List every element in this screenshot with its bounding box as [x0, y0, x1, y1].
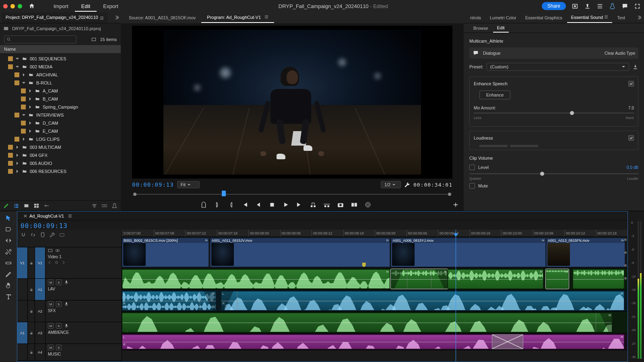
video-clip[interactable]: B001_B002_0815CS.mov [200%]fx	[122, 238, 209, 267]
track-a2[interactable]: fxLRfxLR	[122, 290, 627, 312]
set-in-icon[interactable]	[214, 201, 221, 208]
tab-essential-sound[interactable]: Essential Sound	[567, 12, 613, 23]
close-window[interactable]	[3, 4, 8, 8]
track-v1[interactable]: B001_B002_0815CS.mov [200%]fxA001_A011_0…	[122, 237, 627, 268]
video-clip[interactable]: A001_A013_0815FN.movfx	[546, 238, 625, 267]
audio-clip[interactable]: fx	[122, 313, 612, 332]
a3-lock[interactable]	[28, 322, 35, 343]
icon-view-icon[interactable]	[23, 203, 29, 209]
track-scroll[interactable]	[623, 237, 627, 362]
go-to-in-icon[interactable]	[241, 201, 248, 208]
slip-tool-icon[interactable]	[5, 259, 12, 267]
maximize-window[interactable]	[18, 4, 22, 8]
bin-log-clips[interactable]: LOG CLIPS	[0, 135, 121, 143]
bin-006-resources[interactable]: 006 RESOURCES	[0, 167, 121, 175]
track-a4[interactable]: fxLR	[122, 333, 627, 350]
program-scrub-bar[interactable]	[132, 191, 452, 197]
track-header-a3[interactable]: A1 A3 MS AMBIENCE	[17, 322, 122, 344]
program-monitor-tab[interactable]: Program: Ad_RoughCut-V1	[201, 12, 274, 23]
share-button[interactable]: Share	[542, 2, 566, 10]
track-a3[interactable]: fx	[122, 312, 627, 333]
window-controls[interactable]	[3, 4, 22, 8]
tab-lumetri-color[interactable]: Lumetri Color	[486, 13, 520, 23]
timeline-tracks[interactable]: 0:00:07:0000:00:07:0600:00:07:1200:00:07…	[122, 230, 627, 362]
sort-icon[interactable]	[91, 203, 97, 209]
close-icon[interactable]	[24, 214, 27, 218]
a3-target[interactable]: A3	[35, 322, 45, 343]
pencil-icon[interactable]	[3, 203, 9, 209]
loudness-checkbox[interactable]	[628, 135, 634, 141]
auto-sequence-icon[interactable]	[101, 203, 107, 209]
cc-icon[interactable]	[59, 232, 65, 238]
video-clip[interactable]: A001_A006_0815YJ.movfx	[391, 238, 545, 267]
mute-checkbox[interactable]	[469, 183, 475, 189]
track-header-v1[interactable]: V1 V1 Video 1	[17, 247, 122, 279]
menu-edit[interactable]: Edit	[75, 2, 97, 12]
fullscreen-icon[interactable]	[634, 3, 641, 10]
mix-amount-slider[interactable]	[474, 113, 634, 113]
stop-icon[interactable]	[268, 201, 276, 208]
bin-003-multicam[interactable]: 003 MULTICAM	[0, 143, 121, 151]
a1-solo[interactable]: S	[56, 280, 62, 285]
a1-lock[interactable]	[28, 279, 35, 300]
audio-crossfade[interactable]	[492, 334, 523, 349]
pen-tool-icon[interactable]	[5, 271, 12, 278]
zoom-slider-icon[interactable]	[43, 203, 50, 209]
level-slider[interactable]	[469, 173, 638, 174]
a1-mute[interactable]: M	[48, 280, 54, 285]
mic-icon[interactable]	[64, 280, 69, 285]
extract-icon[interactable]	[323, 201, 330, 208]
audio-clip[interactable]: fxLR	[122, 334, 624, 349]
list-view-icon[interactable]	[13, 203, 19, 209]
bin-spring-campaign[interactable]: Spring_Campaign	[0, 103, 121, 111]
add-button-icon[interactable]	[452, 202, 459, 208]
a2-lock[interactable]	[28, 300, 35, 322]
track-header-a1[interactable]: A1 MS LAV	[17, 279, 122, 300]
bin-interviews[interactable]: INTERVIEWS	[0, 111, 121, 119]
chevron-right-icon[interactable]	[114, 15, 119, 20]
v1-target[interactable]: V1	[35, 247, 45, 278]
source-monitor-tab[interactable]: Source: A001_A015_0815OF.mov	[123, 13, 201, 23]
ripple-tool-icon[interactable]	[5, 237, 12, 244]
a4-lock[interactable]	[28, 344, 35, 360]
export-icon[interactable]	[584, 3, 591, 10]
a3-source-patch[interactable]: A1	[17, 322, 28, 343]
compare-icon[interactable]	[351, 201, 358, 208]
bin-d-cam[interactable]: D_CAM	[0, 119, 121, 127]
bin-b-roll[interactable]: B-ROLL	[0, 79, 121, 87]
bin-b-cam[interactable]: B_CAM	[0, 95, 121, 103]
eye-icon[interactable]	[55, 248, 60, 253]
set-out-icon[interactable]	[227, 201, 235, 208]
track-header-a4[interactable]: A4 MS MUSIC	[17, 344, 122, 361]
column-header-name[interactable]: Name	[0, 45, 121, 53]
a4-target[interactable]: A4	[35, 344, 45, 360]
audio-clip[interactable]: fxLR	[122, 291, 216, 311]
safe-margins-icon[interactable]	[364, 201, 372, 208]
type-tool-icon[interactable]	[5, 293, 12, 300]
program-viewer[interactable]	[132, 26, 452, 179]
bin-002-media[interactable]: 002 MEDIA	[0, 63, 121, 71]
mic-icon[interactable]	[64, 302, 69, 306]
link-icon[interactable]	[30, 232, 36, 238]
beaker-icon[interactable]	[609, 3, 616, 10]
hand-tool-icon[interactable]	[5, 282, 12, 289]
v1-lock[interactable]	[28, 247, 35, 278]
new-bin-icon[interactable]	[91, 37, 97, 42]
chevron-right-icon[interactable]	[636, 14, 642, 21]
find-icon[interactable]	[111, 203, 118, 209]
go-to-out-icon[interactable]	[296, 201, 303, 208]
wrench-icon[interactable]	[404, 181, 410, 188]
project-search-input[interactable]	[4, 35, 76, 43]
preset-dropdown[interactable]: (Custom)	[487, 63, 629, 71]
marker-add-icon[interactable]	[40, 232, 45, 238]
audio-clip[interactable]: fx	[448, 269, 544, 289]
audio-clip[interactable]: fxLR	[221, 291, 624, 311]
audio-clip[interactable]: fx	[573, 269, 624, 289]
project-tree[interactable]: 001 SEQUENCES002 MEDIAARCHIVALB-ROLLA_CA…	[0, 53, 121, 200]
menu-import[interactable]: Import	[47, 2, 75, 11]
home-icon[interactable]	[29, 3, 35, 9]
step-back-icon[interactable]	[255, 201, 262, 208]
timeline-timecode[interactable]: 00:00:09:13	[21, 222, 68, 230]
camera-icon[interactable]	[337, 201, 344, 208]
track-select-tool-icon[interactable]	[5, 226, 12, 233]
